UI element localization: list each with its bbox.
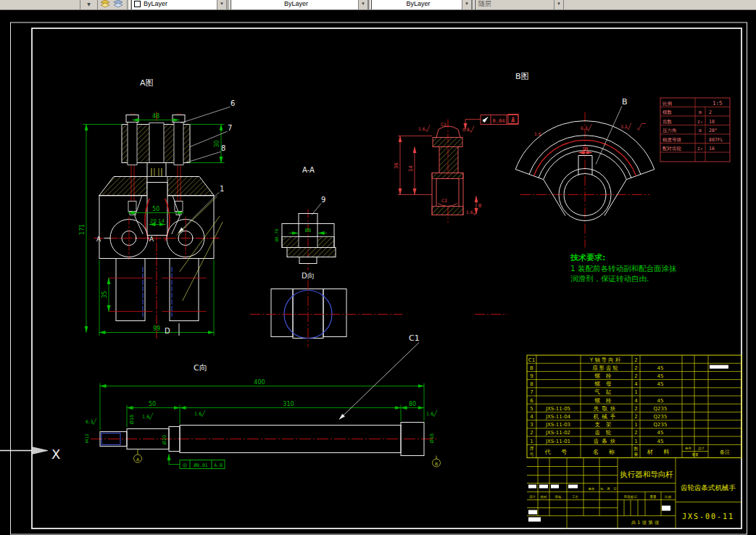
linetype-control-combobox[interactable]: ByLayer ▼ xyxy=(230,0,368,10)
bom-qty: 2 xyxy=(634,365,637,371)
gear-row-label: 配对齿轮 xyxy=(662,146,682,152)
bom-code: JXS-11-05 xyxy=(545,406,570,412)
concentricity-tolerance-frame: ◎ Ø0.01 A-B xyxy=(180,460,225,469)
bom-qty: 2 xyxy=(634,373,637,379)
gear-row-label: 模数 xyxy=(662,109,673,115)
gear-row-sym: z₁ xyxy=(697,119,703,125)
chevron-down-icon[interactable]: ▼ xyxy=(217,0,226,9)
make-layer-current-icon[interactable] xyxy=(99,0,111,9)
gear-parameter-table: 比例 1:5 模数 m 2 齿数 z₁ 18 压力角 α 20° 精度等级 88… xyxy=(660,98,730,162)
dim-aa-side: Ø8.78 xyxy=(274,228,279,241)
bom-no: 5 xyxy=(530,406,533,412)
bom-no: 1 xyxy=(530,439,533,444)
model-space-canvas[interactable]: A图 xyxy=(0,9,756,535)
chevron-down-icon[interactable]: ▼ xyxy=(462,0,471,9)
tech-req-line2: 润滑剂，保证转动自由. xyxy=(570,274,649,283)
bom-qty: 4 xyxy=(634,398,638,404)
bom-material: 45 xyxy=(657,365,664,371)
tech-req-line1: 1 装配前各转动副和配合面涂抹 xyxy=(570,264,677,273)
bom-no: 8 xyxy=(530,381,533,387)
gear-scale-value: 1:5 xyxy=(713,100,723,107)
dim-80: 80 xyxy=(409,401,416,407)
bom-qty: 4 xyxy=(634,381,638,387)
bom-material: Q235 xyxy=(654,422,668,428)
bom-header-qty: 数 xyxy=(634,446,639,451)
chevron-down-icon[interactable]: ▼ xyxy=(358,0,367,9)
plotstyle-control-combobox[interactable]: 随层 ▼ xyxy=(475,0,564,10)
finish-1-6-b: 1.6 xyxy=(194,411,202,417)
bom-material: 45 xyxy=(657,430,664,436)
view-b-label: B图 xyxy=(515,72,529,81)
toolbar-separator xyxy=(127,0,130,9)
chamfer-c2-bottom: C2 xyxy=(441,198,447,203)
dim-dia18-right: Ø18 xyxy=(429,434,435,443)
svg-text:Ø0.01: Ø0.01 xyxy=(194,463,208,468)
finish-3-2: 3.2 xyxy=(620,124,628,129)
bom-name: 螺母 xyxy=(595,381,618,387)
drawing: A图 xyxy=(0,9,756,535)
layers-icon xyxy=(113,0,123,9)
datum-target-a: A xyxy=(134,449,142,463)
surface-finish-icons xyxy=(587,123,646,131)
dim-b14: 14 xyxy=(408,165,414,172)
properties-toolbar: ▼ ByLayer ▼ ByLayer ▼ ByLayer ▼ xyxy=(0,0,756,10)
section-aa-label: A-A xyxy=(302,166,315,174)
balloon-8: 8 xyxy=(221,144,225,152)
bom-name: 齿条块 xyxy=(594,438,619,444)
bom-code: JXS-11-04 xyxy=(545,414,571,420)
color-control-combobox[interactable]: ByLayer ▼ xyxy=(131,0,227,10)
bom-code: JXS-11-02 xyxy=(545,430,570,436)
scale-label: 比例 xyxy=(665,495,672,499)
bom-qty: 1 xyxy=(634,422,637,428)
dim-aa-diameter: Ø8 xyxy=(305,228,311,233)
bom-no: 4 xyxy=(530,414,533,420)
title-block: 执行器和导向杆 齿轮齿条式机械手 JXS-00-11 签名 年、月、日 设计 校… xyxy=(527,458,742,529)
technical-requirements: 技术要求: 1 装配前各转动副和配合面涂抹 润滑剂，保证转动自由. xyxy=(570,253,677,283)
dim-m12: M12 xyxy=(84,434,89,443)
d-view-arrow-label: D xyxy=(165,327,170,335)
gear-row-sym: z₂ xyxy=(697,146,703,152)
tolerance-value: 0.04 xyxy=(493,118,505,124)
role-label: 审核 xyxy=(555,495,562,499)
color-value: ByLayer xyxy=(141,0,217,9)
lineweight-value: ByLayer xyxy=(372,0,462,9)
gear-row-sym: α xyxy=(699,128,702,133)
balloon-1: 1 xyxy=(220,185,224,193)
cad-application-window: ▼ ByLayer ▼ ByLayer ▼ ByLayer ▼ xyxy=(0,0,756,535)
date-label: 年、月、日 xyxy=(600,487,617,491)
lineweight-control-combobox[interactable]: ByLayer ▼ xyxy=(371,0,472,10)
bom-code: JXS-11-03 xyxy=(545,422,570,428)
bom-name: 齿轮 xyxy=(595,429,618,436)
finish-1-6-bottom: 1.6 xyxy=(466,210,473,215)
finish-1-6: 1.6 xyxy=(418,126,425,131)
bom-name: 机械手 xyxy=(594,413,619,420)
dim-99: 99 xyxy=(153,325,160,332)
dim-b8: 8 xyxy=(478,203,481,209)
gear-row-val: 18 xyxy=(709,119,715,125)
bom-name: 气缸 xyxy=(594,389,618,395)
section-cut-a-right: A xyxy=(149,236,154,243)
redacted-block xyxy=(710,365,728,369)
bom-no: B xyxy=(530,365,533,371)
dim-keyway-10: 10 xyxy=(582,146,588,152)
bom-name: 支架 xyxy=(595,421,618,428)
dim-20-14: 20.14 xyxy=(150,218,165,224)
role-label: 设计 xyxy=(529,494,536,499)
bom-no: 7 xyxy=(530,389,533,395)
concentricity-symbol-icon: ◎ xyxy=(183,462,188,468)
layer-dropdown-button[interactable]: ▼ xyxy=(80,0,98,10)
bom-name: 夹取块 xyxy=(594,405,619,412)
bom-qty: 2 xyxy=(634,414,637,420)
bom-qty: 2 xyxy=(634,430,637,436)
gear-row-val: 887FL xyxy=(709,137,723,143)
bom-header-remark: 备注 xyxy=(720,449,730,455)
gear-row-label: 压力角 xyxy=(662,128,677,133)
bom-no: 3 xyxy=(530,422,533,428)
layer-previous-icon[interactable] xyxy=(112,0,124,9)
chevron-down-icon[interactable]: ▼ xyxy=(554,0,563,9)
finish-1-6-a: 1.6 xyxy=(142,414,149,420)
dim-30: 30 xyxy=(214,140,220,147)
bom-name: Y轴导向杆 xyxy=(589,357,623,363)
bom-header-no: 序 xyxy=(530,446,534,451)
tech-req-title: 技术要求: xyxy=(570,253,605,262)
